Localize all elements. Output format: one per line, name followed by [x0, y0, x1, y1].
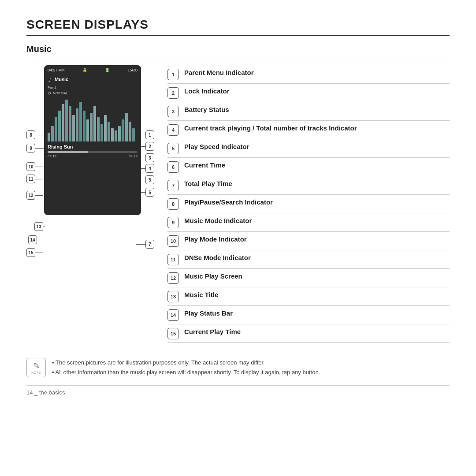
indicator-label: Play Speed Indicator: [184, 142, 249, 151]
callout-13: 13: [34, 222, 45, 231]
indicator-num: 13: [167, 291, 179, 302]
note-text: ▪ The screen pictures are for illustrati…: [52, 358, 320, 377]
indicator-label: Parent Menu Indicator: [184, 68, 254, 77]
progress-bar: [48, 151, 138, 153]
page-footer: 14 _ the basics: [26, 385, 450, 396]
callout-num-15: 15: [26, 248, 35, 257]
page-title: SCREEN DISPLAYS: [26, 18, 450, 36]
callout-num-14: 14: [28, 235, 37, 244]
indicator-label: Play Mode Indicator: [184, 235, 247, 244]
indicator-num: 1: [167, 69, 179, 80]
indicator-num: 5: [167, 143, 179, 154]
eq-bar: [104, 115, 107, 141]
indicator-label: DNSe Mode Indicator: [184, 253, 251, 262]
callout-8: 8: [26, 130, 44, 139]
equalizer-area: [48, 97, 138, 141]
callout-9: 9: [26, 144, 44, 152]
eq-bar: [122, 119, 124, 141]
callout-14: 14: [28, 235, 43, 244]
screen-current-time: 02:13: [48, 154, 56, 158]
eq-bar: [100, 124, 103, 141]
screen-progress-area: 02:13 04:28: [44, 150, 141, 159]
eq-bar: [132, 128, 135, 141]
eq-bar: [51, 126, 54, 141]
indicator-row: 4Current track playing / Total number of…: [167, 121, 450, 139]
indicator-num: 6: [167, 161, 179, 173]
eq-bar: [90, 113, 93, 141]
indicator-row: 15Current Play Time: [167, 324, 450, 343]
indicator-label: Music Play Screen: [184, 272, 242, 281]
indicator-row: 13Music Title: [167, 287, 450, 306]
callout-num-4: 4: [145, 164, 154, 173]
indicator-row: 9Music Mode Indicator: [167, 213, 450, 232]
eq-bar: [62, 104, 64, 141]
content-area: 8 9 10 11 12 13: [26, 65, 450, 343]
indicator-label: Current track playing / Total number of …: [184, 124, 357, 133]
screen-time-display: 04:27 PM: [48, 68, 65, 72]
note-paragraph: ▪ The screen pictures are for illustrati…: [52, 358, 320, 368]
page-container: SCREEN DISPLAYS Music 8 9 10 11 12: [0, 0, 476, 409]
eq-bar: [115, 130, 117, 141]
eq-bar: [108, 122, 110, 141]
callout-num-2: 2: [145, 142, 154, 151]
device-illustration: 8 9 10 11 12 13: [26, 65, 154, 215]
indicator-num: 14: [167, 309, 179, 321]
callout-num-5: 5: [145, 175, 154, 184]
callout-num-12: 12: [26, 191, 35, 200]
eq-bar: [97, 117, 100, 141]
screen-battery-icon: 🔋: [105, 68, 110, 72]
indicator-row: 12Music Play Screen: [167, 269, 450, 287]
eq-bar: [55, 117, 57, 141]
eq-bar: [58, 111, 61, 141]
indicator-num: 10: [167, 235, 179, 247]
indicator-row: 5Play Speed Indicator: [167, 139, 450, 158]
note-section: ✎ NOTE ▪ The screen pictures are for ill…: [26, 353, 450, 377]
indicator-num: 12: [167, 272, 179, 284]
indicator-num: 11: [167, 254, 179, 265]
eq-bars: [48, 97, 138, 141]
callout-num-11: 11: [26, 175, 35, 183]
indicator-row: 1Parent Menu Indicator: [167, 65, 450, 84]
screen-mode-label: NORMAL: [53, 91, 68, 95]
screen-track-num: 15/20: [127, 68, 138, 72]
note-icon: ✎ NOTE: [26, 358, 46, 377]
eq-bar: [125, 113, 128, 141]
eq-bar: [111, 128, 114, 141]
screen-total-time: 04:28: [129, 154, 138, 158]
screen-time-row: 02:13 04:28: [48, 154, 138, 158]
callout-num-3: 3: [145, 153, 154, 162]
note-paragraph: ▪ All other information than the music p…: [52, 368, 320, 377]
callout-11: 11: [26, 175, 43, 183]
indicator-label: Lock Indicator: [184, 87, 230, 96]
screen-song-title: Rising Sun: [44, 142, 141, 150]
callout-12: 12: [26, 191, 43, 200]
eq-bar: [83, 111, 86, 141]
indicator-label: Play Status Bar: [184, 309, 233, 318]
callout-num-8: 8: [26, 130, 35, 139]
screen-header: 04:27 PM 🔒 🔋 15/20: [44, 65, 141, 73]
note-pencil-icon: ✎: [33, 361, 40, 371]
screen-music-label: Music: [55, 77, 68, 82]
eq-bar: [86, 119, 89, 141]
indicator-label: Total Play Time: [184, 179, 232, 188]
indicator-label: Music Mode Indicator: [184, 216, 252, 225]
section-title: Music: [26, 44, 450, 57]
indicator-row: 7Total Play Time: [167, 176, 450, 195]
indicator-label: Play/Pause/Search Indicator: [184, 198, 273, 207]
indicator-row: 8Play/Pause/Search Indicator: [167, 195, 450, 213]
indicator-num: 4: [167, 124, 179, 136]
eq-bar: [48, 133, 50, 141]
indicator-label: Current Time: [184, 161, 225, 170]
device-screen: 04:27 PM 🔒 🔋 15/20 ♪ Music Fast1 ↺: [44, 65, 141, 215]
indicator-label: Battery Status: [184, 105, 229, 114]
eq-bar: [129, 122, 131, 141]
indicator-row: 6Current Time: [167, 158, 450, 176]
eq-bar: [65, 100, 68, 141]
indicator-num: 2: [167, 87, 179, 99]
indicator-num: 15: [167, 328, 179, 339]
progress-fill: [48, 151, 88, 153]
callout-10: 10: [26, 162, 43, 171]
indicator-label: Current Play Time: [184, 327, 241, 336]
callout-7: 7: [136, 240, 154, 249]
eq-bar: [76, 108, 78, 141]
